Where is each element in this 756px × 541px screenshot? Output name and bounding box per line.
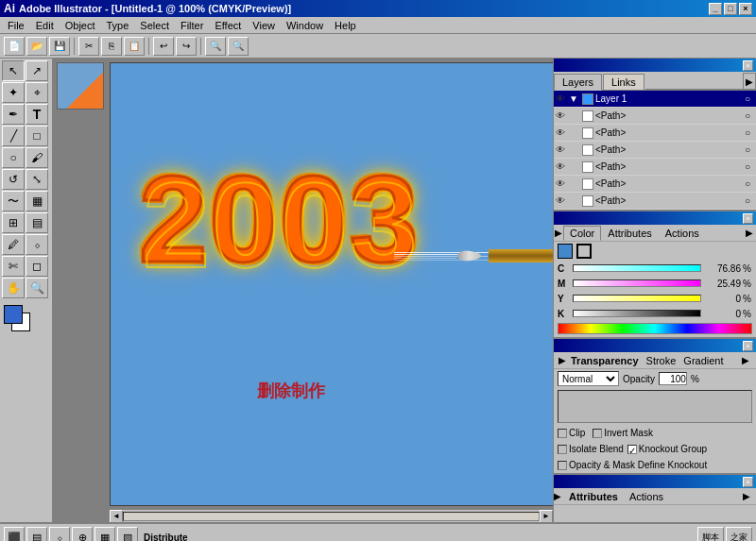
menu-select[interactable]: Select — [134, 19, 175, 32]
trans-close-btn[interactable]: × — [743, 341, 753, 351]
tool-paint-bucket[interactable]: ⬦ — [26, 234, 48, 255]
align-icon-2[interactable]: ▤ — [26, 527, 47, 541]
color-tab-attributes[interactable]: Attributes — [601, 226, 658, 241]
layer-row-path2[interactable]: 👁 <Path> ○ — [554, 125, 756, 142]
isolate-blend-checkbox[interactable] — [558, 445, 567, 454]
right-icon-1[interactable]: 脚本 — [697, 527, 724, 541]
tool-zoom[interactable]: 🔍 — [26, 278, 48, 298]
layers-menu-btn[interactable]: ▶ — [743, 73, 756, 90]
menu-window[interactable]: Window — [281, 19, 329, 32]
stroke-color-swatch[interactable] — [576, 244, 592, 259]
layer-row-path1[interactable]: 👁 <Path> ○ — [554, 108, 756, 125]
tool-magic-wand[interactable]: ✦ — [2, 82, 25, 103]
layer-expand-icon[interactable]: ▼ — [569, 93, 580, 104]
tb-new[interactable]: 📄 — [4, 37, 25, 56]
path-target-circle[interactable]: ○ — [741, 110, 754, 121]
menu-effect[interactable]: Effect — [209, 19, 247, 32]
menu-help[interactable]: Help — [329, 19, 362, 32]
tool-eraser[interactable]: ◻ — [26, 256, 48, 277]
tool-rotate[interactable]: ↺ — [2, 169, 25, 190]
layer-row-path4[interactable]: 👁 <Path> ○ — [554, 159, 756, 176]
artboard[interactable]: 2003 2003 删除制作 — [110, 62, 553, 506]
align-icon-3[interactable]: ⬦ — [49, 527, 70, 541]
clip-checkbox[interactable] — [558, 429, 567, 438]
trans-arrow-icon[interactable]: ▶ — [558, 355, 567, 365]
blend-mode-select[interactable]: Normal Multiply Screen Overlay — [558, 371, 619, 386]
tb-cut[interactable]: ✂ — [78, 37, 99, 56]
path6-target-circle[interactable]: ○ — [741, 195, 754, 206]
menu-file[interactable]: File — [2, 19, 30, 32]
tb-zoom-out[interactable]: 🔍 — [228, 37, 249, 56]
scroll-right-btn[interactable]: ► — [540, 510, 553, 523]
color-tab-color[interactable]: Color — [563, 226, 601, 241]
path5-visibility-icon[interactable]: 👁 — [556, 178, 569, 189]
tool-gradient[interactable]: ▤ — [26, 212, 48, 233]
knockout-group-checkbox[interactable]: ✓ — [627, 445, 637, 454]
attrs-tab-actions[interactable]: Actions — [624, 490, 669, 503]
m-slider[interactable] — [573, 279, 701, 287]
align-icon-6[interactable]: ▧ — [117, 527, 138, 541]
opacity-input[interactable] — [659, 372, 687, 385]
trans-menu-btn[interactable]: ▶ — [739, 353, 752, 368]
tool-lasso[interactable]: ⌖ — [26, 82, 48, 103]
align-icon-1[interactable]: ⬛ — [4, 527, 25, 541]
k-slider[interactable] — [573, 310, 701, 317]
attrs-tab-attributes[interactable]: Attributes — [563, 490, 624, 503]
attrs-menu-btn[interactable]: ▶ — [743, 491, 756, 501]
align-icon-5[interactable]: ▦ — [94, 527, 115, 541]
tb-redo[interactable]: ↪ — [176, 37, 197, 56]
fill-swatch[interactable] — [4, 305, 23, 324]
layers-tab[interactable]: Layers — [554, 74, 602, 91]
path3-target-circle[interactable]: ○ — [741, 144, 754, 155]
color-tab-actions[interactable]: Actions — [659, 226, 706, 241]
align-icon-4[interactable]: ⊕ — [72, 527, 93, 541]
attrs-close-btn[interactable]: × — [743, 477, 753, 487]
tool-line[interactable]: ╱ — [2, 126, 25, 146]
tool-ellipse[interactable]: ○ — [2, 147, 25, 168]
path-visibility-icon[interactable]: 👁 — [556, 110, 569, 121]
opacity-mask-checkbox[interactable] — [558, 461, 567, 470]
tool-rect[interactable]: □ — [26, 126, 48, 146]
links-tab[interactable]: Links — [603, 74, 644, 90]
tool-scissors[interactable]: ✄ — [2, 256, 25, 277]
tool-scale[interactable]: ⤡ — [26, 169, 48, 190]
tb-copy[interactable]: ⎘ — [101, 37, 122, 56]
tool-mesh[interactable]: ⊞ — [2, 212, 25, 233]
layer-row-layer1[interactable]: 👁 ▼ Layer 1 ○ — [554, 91, 756, 108]
path2-target-circle[interactable]: ○ — [741, 127, 754, 138]
path6-visibility-icon[interactable]: 👁 — [556, 195, 569, 206]
right-icon-2[interactable]: 之家 — [726, 527, 752, 541]
fill-color-swatch[interactable] — [558, 244, 573, 259]
trans-tab-transparency[interactable]: Transparency — [571, 355, 639, 366]
color-menu-btn[interactable]: ▶ — [743, 226, 756, 241]
scroll-left-btn[interactable]: ◄ — [110, 510, 123, 523]
horizontal-scrollbar[interactable] — [123, 512, 540, 521]
menu-view[interactable]: View — [247, 19, 281, 32]
tool-hand[interactable]: ✋ — [2, 278, 25, 298]
tool-brush[interactable]: 🖌 — [26, 147, 48, 168]
layers-close-btn[interactable]: × — [743, 60, 753, 71]
tb-open[interactable]: 📂 — [26, 37, 47, 56]
layer-visibility-icon[interactable]: 👁 — [556, 93, 569, 104]
tool-graph[interactable]: ▦ — [26, 191, 48, 211]
layer-row-path3[interactable]: 👁 <Path> ○ — [554, 142, 756, 159]
close-button[interactable]: × — [739, 3, 752, 15]
path2-visibility-icon[interactable]: 👁 — [556, 127, 569, 138]
color-close-btn[interactable]: × — [743, 213, 753, 224]
layer-row-path5[interactable]: 👁 <Path> ○ — [554, 176, 756, 193]
menu-object[interactable]: Object — [60, 19, 101, 32]
trans-tab-gradient[interactable]: Gradient — [683, 355, 723, 366]
minimize-button[interactable]: _ — [709, 3, 722, 15]
y-slider[interactable] — [573, 295, 701, 302]
tool-pen[interactable]: ✒ — [2, 104, 25, 125]
maximize-button[interactable]: □ — [724, 3, 737, 15]
tool-type[interactable]: T — [26, 104, 48, 125]
tool-direct-select[interactable]: ↗ — [26, 60, 48, 81]
tool-warp[interactable]: 〜 — [2, 191, 25, 211]
path4-target-circle[interactable]: ○ — [741, 161, 754, 172]
path5-target-circle[interactable]: ○ — [741, 178, 754, 189]
tool-select[interactable]: ↖ — [2, 60, 25, 81]
invert-mask-checkbox[interactable] — [593, 429, 602, 438]
tb-zoom-in[interactable]: 🔍 — [205, 37, 226, 56]
rainbow-bar[interactable] — [558, 323, 752, 334]
